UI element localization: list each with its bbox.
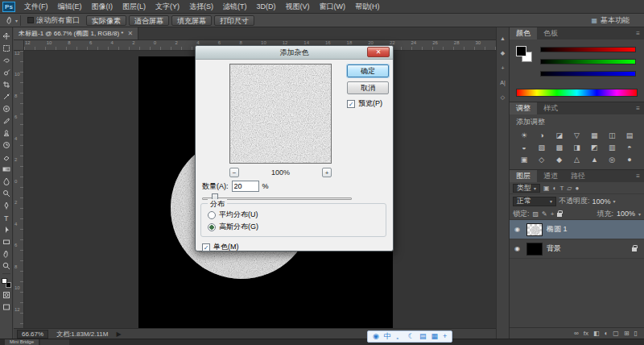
monochromatic-checkbox[interactable]: ✓ 单色(M) [202,242,239,252]
layer-thumbnail[interactable] [526,223,543,236]
panel-menu-icon[interactable]: ≡ [636,102,644,114]
close-tab-icon[interactable]: ✕ [127,30,133,37]
ime-icon[interactable]: ▤ [419,331,427,342]
layer-row-ellipse[interactable]: ◉ 椭圆 1 [510,220,644,239]
panel-tab[interactable]: 色板 [537,27,564,39]
foreground-swatch[interactable] [2,278,7,284]
eraser-tool[interactable] [2,152,11,162]
cancel-button[interactable]: 取消 [347,81,389,94]
noise-preview-thumbnail[interactable] [229,64,332,164]
ime-icon[interactable]: + [443,331,447,342]
layers-footer-icon[interactable]: ◧ [593,330,600,337]
panel-tab[interactable]: 调整 [510,102,537,114]
lasso-tool[interactable] [2,55,11,65]
adjustment-icon[interactable]: ◎ [604,154,620,165]
hand-tool-preset[interactable]: ▾ [3,15,21,26]
visibility-eye-icon[interactable]: ◉ [512,245,522,252]
adjustment-icon[interactable]: ☀ [516,130,532,141]
history-brush-tool[interactable] [2,139,11,150]
adjustment-icon[interactable]: ◫ [604,130,620,141]
eyedropper-tool[interactable] [2,91,11,102]
options-button[interactable]: 打印尺寸 [214,15,254,26]
panel-tab[interactable]: 颜色 [510,27,537,39]
menu-item[interactable]: 视图(V) [281,2,315,12]
options-button[interactable]: 实际像素 [86,15,126,26]
collapsed-panel-icon[interactable]: ◇ [501,94,505,101]
color-spectrum-bar[interactable] [516,89,638,97]
workspace-switcher[interactable]: ▦ 基本功能 [591,15,630,26]
layer-filter-icon[interactable]: ◐ [553,185,557,192]
dialog-titlebar[interactable]: 添加杂色 ✕ [196,46,393,60]
layers-footer-icon[interactable]: ◐ [604,330,608,337]
adjustment-icon[interactable]: ◓ [621,142,638,153]
zoom-level-input[interactable]: 66.67% [17,330,48,339]
adjustment-icon[interactable]: ▩ [551,142,568,153]
visibility-eye-icon[interactable]: ◉ [512,226,522,233]
collapsed-panel-icon[interactable]: A| [500,80,506,85]
opacity-value[interactable]: 100% [592,197,611,206]
timeline-tab[interactable] [40,339,69,345]
shape-tool[interactable] [2,236,11,247]
scroll-all-windows-checkbox[interactable]: 滚动所有窗口 [24,15,83,26]
preview-checkbox[interactable]: ✓ 预览(P) [347,98,382,109]
layers-footer-icon[interactable]: fx [584,330,588,337]
chevron-down-icon[interactable]: ▾ [613,198,616,204]
menu-item[interactable]: 文字(Y) [151,2,184,12]
adjustment-icon[interactable]: ▽ [569,130,585,141]
blur-tool[interactable] [2,176,11,186]
adjustment-icon[interactable]: ◨ [569,142,585,153]
healing-brush-tool[interactable] [2,103,11,114]
adjustment-icon[interactable]: ◒ [516,142,532,153]
layer-filter-dropdown[interactable]: 类型 ▾ [513,184,540,193]
menu-item[interactable]: 编辑(E) [53,2,87,12]
panel-tab[interactable]: 图层 [510,170,537,182]
ime-icon[interactable]: ☾ [408,331,415,342]
adjustment-icon[interactable]: ◪ [551,130,568,141]
dialog-close-button[interactable]: ✕ [367,47,390,57]
adjustment-icon[interactable]: ◆ [551,154,568,165]
ime-icon[interactable]: 。 [396,331,403,342]
preview-zoom-in-button[interactable]: + [322,168,332,177]
adjustment-icon[interactable]: ◩ [586,142,602,153]
lock-option-icon[interactable]: + [551,210,555,218]
layers-footer-icon[interactable]: ⊞ [624,330,630,337]
pen-tool[interactable] [2,200,11,210]
collapsed-panel-icon[interactable]: ◆ [501,50,505,56]
move-tool[interactable] [2,31,11,41]
adjustment-icon[interactable]: ● [621,154,638,165]
dodge-tool[interactable] [2,188,11,198]
ok-button[interactable]: 确定 [347,64,389,77]
adjustment-icon[interactable]: ▧ [534,142,550,153]
zoom-tool[interactable] [2,260,11,271]
menu-item[interactable]: 图像(I) [87,2,118,12]
quick-mask-icon[interactable] [2,289,11,300]
uniform-radio[interactable]: 平均分布(U) [208,210,258,220]
menu-item[interactable]: 滤镜(T) [218,2,252,12]
ime-icon[interactable]: ◉ [373,331,379,342]
chevron-down-icon[interactable]: ▾ [638,211,641,217]
crop-tool[interactable] [2,79,11,89]
brush-tool[interactable] [2,115,11,126]
layers-footer-icon[interactable]: ▯ [634,330,638,337]
panel-tab[interactable]: 样式 [537,102,564,114]
lock-all-icon[interactable] [557,213,562,217]
layers-footer-icon[interactable]: ∞ [574,330,579,337]
menu-item[interactable]: 3D(D) [252,2,281,10]
gaussian-radio[interactable]: 高斯分布(G) [208,222,258,232]
adjustment-icon[interactable]: ▥ [604,142,620,153]
preview-zoom-out-button[interactable]: − [229,168,239,177]
layers-footer-icon[interactable]: ▢ [613,330,619,337]
panel-tab[interactable]: 通道 [537,170,564,182]
marquee-tool[interactable] [2,43,11,53]
layer-thumbnail[interactable] [526,243,543,256]
adjustment-icon[interactable]: ▦ [586,130,602,141]
layer-filter-icon[interactable]: ▱ [567,185,572,192]
menu-item[interactable]: 图层(L) [118,2,151,12]
adjustment-icon[interactable]: ▣ [516,154,532,165]
adjustment-icon[interactable]: ◇ [534,154,550,165]
red-channel-slider[interactable] [540,47,636,52]
gradient-tool[interactable] [2,164,11,174]
ime-icon[interactable]: ▦ [431,331,438,342]
options-button[interactable]: 适合屏幕 [129,15,169,26]
mini-bridge-tab[interactable]: Mini Bridge [5,339,39,345]
